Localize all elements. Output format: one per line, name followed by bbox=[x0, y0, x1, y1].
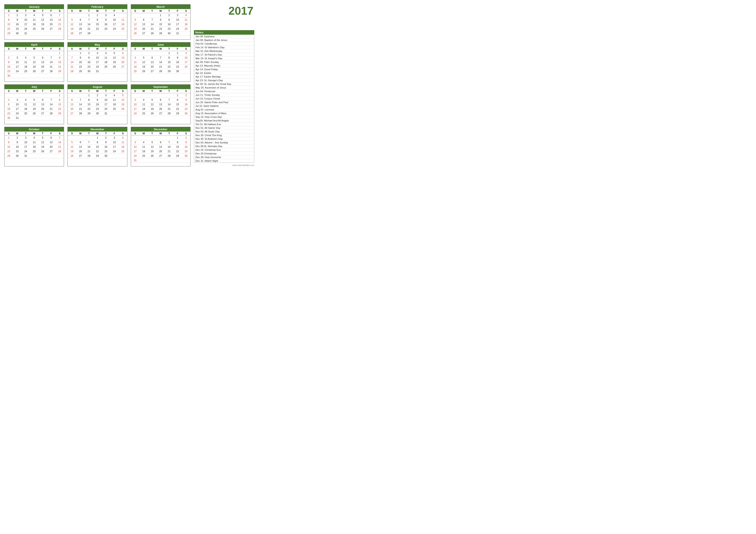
day-header: T bbox=[102, 132, 110, 136]
calendar-day: 19 bbox=[68, 149, 76, 154]
calendar-day: 15 bbox=[173, 102, 182, 107]
calendar-day: 28 bbox=[68, 69, 76, 73]
month-may: MaySMTWTFS123456789101112131415161718192… bbox=[68, 42, 127, 82]
calendar-day: 3 bbox=[93, 51, 101, 55]
calendar-day bbox=[85, 136, 93, 140]
calendar-day: 24 bbox=[173, 27, 182, 31]
day-header: F bbox=[173, 132, 182, 136]
day-header: F bbox=[47, 9, 55, 13]
day-header: F bbox=[173, 47, 182, 51]
calendar-day bbox=[5, 51, 13, 55]
calendar-day: 8 bbox=[55, 55, 64, 60]
calendar-day: 12 bbox=[119, 98, 127, 102]
calendar-day: 17 bbox=[102, 102, 110, 107]
calendar-day: 17 bbox=[110, 144, 119, 149]
calendar-day bbox=[119, 154, 127, 158]
day-header: M bbox=[13, 89, 21, 93]
note-item: Apr 30: St. James the Great Day bbox=[194, 82, 254, 86]
calendar-day: 12 bbox=[110, 55, 119, 60]
calendar-day bbox=[39, 154, 47, 158]
calendar-day: 1 bbox=[173, 93, 182, 98]
calendar-day: 9 bbox=[93, 98, 101, 102]
day-header: T bbox=[85, 89, 93, 93]
day-header: T bbox=[165, 47, 173, 51]
calendar-day: 27 bbox=[119, 64, 127, 69]
calendar-day: 22 bbox=[93, 27, 101, 31]
day-header: M bbox=[13, 47, 21, 51]
calendar-day: 25 bbox=[21, 69, 30, 73]
calendar-day: 28 bbox=[47, 111, 55, 116]
calendar-day: 31 bbox=[13, 116, 21, 120]
day-header: S bbox=[5, 9, 13, 13]
day-header: W bbox=[93, 9, 101, 13]
calendar-day: 20 bbox=[156, 149, 165, 154]
calendar-day: 1 bbox=[93, 136, 101, 140]
calendar-day: 25 bbox=[119, 27, 127, 31]
calendar-day: 28 bbox=[55, 149, 64, 154]
calendar-day bbox=[110, 111, 119, 116]
calendar-day: 2 bbox=[182, 93, 190, 98]
calendar-day: 28 bbox=[165, 111, 173, 116]
calendar-day: 11 bbox=[131, 60, 139, 64]
calendar-day: 21 bbox=[165, 149, 173, 154]
calendar-day: 30 bbox=[13, 154, 21, 158]
calendar-day bbox=[139, 51, 148, 55]
calendar-day: 1 bbox=[85, 93, 93, 98]
calendar-day: 1 bbox=[85, 13, 93, 18]
calendar-day: 15 bbox=[5, 22, 13, 27]
month-header: March bbox=[131, 5, 190, 9]
note-item: Dec 24: Christmas Eve bbox=[194, 148, 254, 152]
calendar-day: 16 bbox=[5, 107, 13, 111]
day-header: M bbox=[139, 132, 148, 136]
calendar-day: 1 bbox=[5, 136, 13, 140]
note-item: Jun 15: Corpus Christi bbox=[194, 97, 254, 101]
calendar-day bbox=[102, 69, 110, 73]
calendar-day: 23 bbox=[102, 27, 110, 31]
calendar-day bbox=[30, 73, 39, 78]
calendar-day: 22 bbox=[173, 149, 182, 154]
calendar-day: 14 bbox=[76, 102, 85, 107]
calendar-day bbox=[131, 93, 139, 98]
calendar-day: 6 bbox=[39, 98, 47, 102]
calendar-day: 26 bbox=[39, 27, 47, 31]
month-header: January bbox=[5, 5, 64, 9]
day-header: M bbox=[139, 9, 148, 13]
calendar-day: 15 bbox=[76, 60, 85, 64]
calendar-day: 10 bbox=[131, 102, 139, 107]
calendar-day bbox=[68, 93, 76, 98]
day-header: S bbox=[68, 47, 76, 51]
day-header: S bbox=[55, 89, 64, 93]
day-header: S bbox=[5, 89, 13, 93]
day-header: S bbox=[5, 47, 13, 51]
day-header: T bbox=[21, 89, 30, 93]
calendar-day: 19 bbox=[131, 27, 139, 31]
month-header: June bbox=[131, 42, 190, 47]
calendar-day: 16 bbox=[85, 60, 93, 64]
calendar-day: 13 bbox=[39, 60, 47, 64]
calendar-day: 7 bbox=[85, 18, 93, 22]
calendar-day: 8 bbox=[5, 18, 13, 22]
calendar-day: 13 bbox=[119, 55, 127, 60]
calendar-day: 4 bbox=[131, 55, 139, 60]
calendar-day: 13 bbox=[47, 140, 55, 144]
calendar-day bbox=[30, 116, 39, 120]
day-header: S bbox=[55, 132, 64, 136]
calendar-day: 13 bbox=[68, 102, 76, 107]
calendar-day: 17 bbox=[131, 149, 139, 154]
calendar-day: 16 bbox=[165, 22, 173, 27]
calendar-day: 6 bbox=[39, 55, 47, 60]
calendar-day: 26 bbox=[148, 111, 156, 116]
calendar-day: 7 bbox=[85, 140, 93, 144]
calendar-day: 15 bbox=[173, 144, 182, 149]
calendar-day: 6 bbox=[68, 98, 76, 102]
note-item: Jan 08: Baptism of the Jesus bbox=[194, 38, 254, 42]
day-header: M bbox=[76, 132, 85, 136]
note-item: Apr 09: Palm Sunday bbox=[194, 60, 254, 64]
calendar-day bbox=[139, 13, 148, 18]
calendar-day: 30 bbox=[5, 73, 13, 78]
calendar-day: 23 bbox=[165, 27, 173, 31]
calendar-day: 28 bbox=[165, 154, 173, 158]
calendar-day: 8 bbox=[85, 98, 93, 102]
calendar-day: 25 bbox=[182, 27, 190, 31]
calendar-day: 16 bbox=[93, 102, 101, 107]
